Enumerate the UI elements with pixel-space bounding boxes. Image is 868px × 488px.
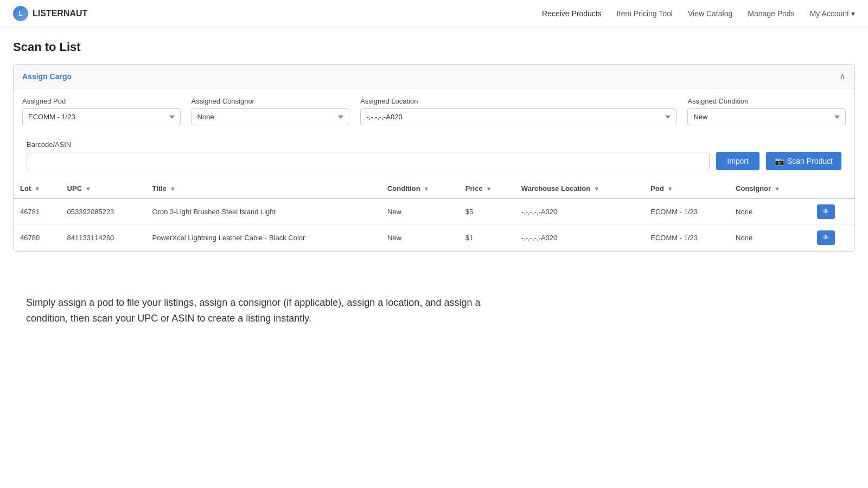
- col-title-label: Title: [152, 184, 167, 192]
- description-section: Simply assign a pod to file your listing…: [13, 262, 501, 337]
- col-upc: UPC ▼: [61, 179, 146, 198]
- assigned-pod-label: Assigned Pod: [22, 97, 181, 105]
- barcode-input[interactable]: [27, 152, 710, 170]
- col-pod: Pod ▼: [644, 179, 729, 198]
- cell-upc: 053392085223: [61, 198, 146, 225]
- cell-lot: 46781: [14, 198, 61, 225]
- upc-filter-icon[interactable]: ▼: [85, 185, 91, 192]
- col-actions: [810, 179, 854, 198]
- chevron-down-icon: ▾: [851, 9, 855, 18]
- assigned-condition-label: Assigned Condition: [687, 97, 846, 105]
- barcode-section: Barcode/ASIN Import 📷 Scan Product: [14, 134, 854, 179]
- nav-my-account[interactable]: My Account ▾: [810, 9, 855, 18]
- navbar-links: Receive Products Item Pricing Tool View …: [542, 9, 855, 18]
- nav-receive-products[interactable]: Receive Products: [542, 9, 602, 18]
- cell-consignor: None: [729, 198, 810, 225]
- cell-action: 👁: [810, 198, 854, 225]
- consignor-filter-icon[interactable]: ▼: [774, 185, 780, 192]
- col-title: Title ▼: [146, 179, 381, 198]
- assigned-location-label: Assigned Location: [360, 97, 676, 105]
- cell-action: 👁: [810, 225, 854, 251]
- assigned-location-select[interactable]: -,-,-,-,-A020: [360, 108, 676, 125]
- barcode-row: Import 📷 Scan Product: [27, 152, 841, 170]
- brand: L LISTERNAUT: [13, 6, 87, 21]
- assign-cargo-title: Assign Cargo: [22, 72, 72, 81]
- eye-icon: 👁: [822, 234, 829, 242]
- col-warehouse-location-label: Warehouse Location: [521, 184, 590, 192]
- nav-item-pricing-tool[interactable]: Item Pricing Tool: [617, 9, 673, 18]
- cell-condition: New: [381, 198, 459, 225]
- cell-consignor: None: [729, 225, 810, 251]
- col-price-label: Price: [465, 184, 483, 192]
- cell-warehouse_location: -,-,-,-,-A020: [515, 225, 644, 251]
- cell-price: $5: [459, 198, 515, 225]
- brand-icon: L: [13, 6, 28, 21]
- items-table: Lot ▼ UPC ▼: [14, 179, 854, 251]
- cell-upc: 841133114260: [61, 225, 146, 251]
- assigned-condition-select[interactable]: New Used - Like New Used - Good Used - A…: [687, 108, 846, 125]
- assigned-pod-select[interactable]: ECOMM - 1/23: [22, 108, 181, 125]
- col-warehouse-location: Warehouse Location ▼: [515, 179, 644, 198]
- col-condition-label: Condition: [387, 184, 420, 192]
- lot-filter-icon[interactable]: ▼: [34, 185, 40, 192]
- row-action-button[interactable]: 👁: [817, 204, 835, 219]
- scan-product-button[interactable]: 📷 Scan Product: [766, 152, 841, 170]
- brand-icon-text: L: [18, 10, 22, 17]
- cell-pod: ECOMM - 1/23: [644, 198, 729, 225]
- col-condition: Condition ▼: [381, 179, 459, 198]
- col-upc-label: UPC: [67, 184, 82, 192]
- table-header-row: Lot ▼ UPC ▼: [14, 179, 854, 198]
- table-row: 46780841133114260PowerXcel Lightning Lea…: [14, 225, 854, 251]
- cell-condition: New: [381, 225, 459, 251]
- cell-title: PowerXcel Lightning Leather Cable - Blac…: [146, 225, 381, 251]
- col-consignor-label: Consignor: [736, 184, 771, 192]
- col-price: Price ▼: [459, 179, 515, 198]
- col-consignor: Consignor ▼: [729, 179, 810, 198]
- assigned-consignor-select[interactable]: None: [192, 108, 350, 125]
- table-scroll-container[interactable]: Lot ▼ UPC ▼: [14, 179, 854, 251]
- collapse-icon[interactable]: ∧: [839, 71, 846, 81]
- title-filter-icon[interactable]: ▼: [170, 185, 176, 192]
- nav-manage-pods[interactable]: Manage Pods: [748, 9, 794, 18]
- assigned-consignor-group: Assigned Consignor None: [192, 97, 350, 125]
- description-text: Simply assign a pod to file your listing…: [26, 295, 488, 326]
- assigned-pod-group: Assigned Pod ECOMM - 1/23: [22, 97, 181, 125]
- assign-cargo-form-row: Assigned Pod ECOMM - 1/23 Assigned Consi…: [22, 97, 846, 125]
- col-lot: Lot ▼: [14, 179, 61, 198]
- import-button[interactable]: Import: [716, 152, 760, 170]
- pod-filter-icon[interactable]: ▼: [667, 185, 673, 192]
- camera-icon: 📷: [775, 157, 784, 165]
- assign-cargo-card: Assign Cargo ∧ Assigned Pod ECOMM - 1/23…: [13, 64, 855, 252]
- price-filter-icon[interactable]: ▼: [486, 185, 492, 192]
- col-lot-label: Lot: [20, 184, 31, 192]
- assign-cargo-body: Assigned Pod ECOMM - 1/23 Assigned Consi…: [14, 88, 854, 134]
- eye-icon: 👁: [822, 208, 829, 216]
- cell-warehouse_location: -,-,-,-,-A020: [515, 198, 644, 225]
- col-pod-label: Pod: [650, 184, 664, 192]
- assigned-consignor-label: Assigned Consignor: [192, 97, 350, 105]
- navbar: L LISTERNAUT Receive Products Item Prici…: [0, 0, 868, 27]
- nav-my-account-label: My Account: [810, 9, 849, 18]
- table-wrapper: Lot ▼ UPC ▼: [14, 179, 854, 251]
- row-action-button[interactable]: 👁: [817, 230, 835, 245]
- warehouse-filter-icon[interactable]: ▼: [593, 185, 599, 192]
- cell-lot: 46780: [14, 225, 61, 251]
- cell-title: Oron 3-Light Brushed Steel Island Light: [146, 198, 381, 225]
- page-container: Scan to List Assign Cargo ∧ Assigned Pod…: [0, 27, 868, 350]
- brand-name: LISTERNAUT: [33, 9, 87, 18]
- condition-filter-icon[interactable]: ▼: [424, 185, 430, 192]
- page-title: Scan to List: [13, 40, 855, 54]
- assigned-location-group: Assigned Location -,-,-,-,-A020: [360, 97, 676, 125]
- assigned-condition-group: Assigned Condition New Used - Like New U…: [687, 97, 846, 125]
- table-row: 46781053392085223Oron 3-Light Brushed St…: [14, 198, 854, 225]
- cell-price: $1: [459, 225, 515, 251]
- cell-pod: ECOMM - 1/23: [644, 225, 729, 251]
- scan-product-label: Scan Product: [787, 157, 833, 165]
- barcode-label: Barcode/ASIN: [27, 140, 841, 149]
- assign-cargo-header: Assign Cargo ∧: [14, 65, 854, 88]
- nav-view-catalog[interactable]: View Catalog: [688, 9, 732, 18]
